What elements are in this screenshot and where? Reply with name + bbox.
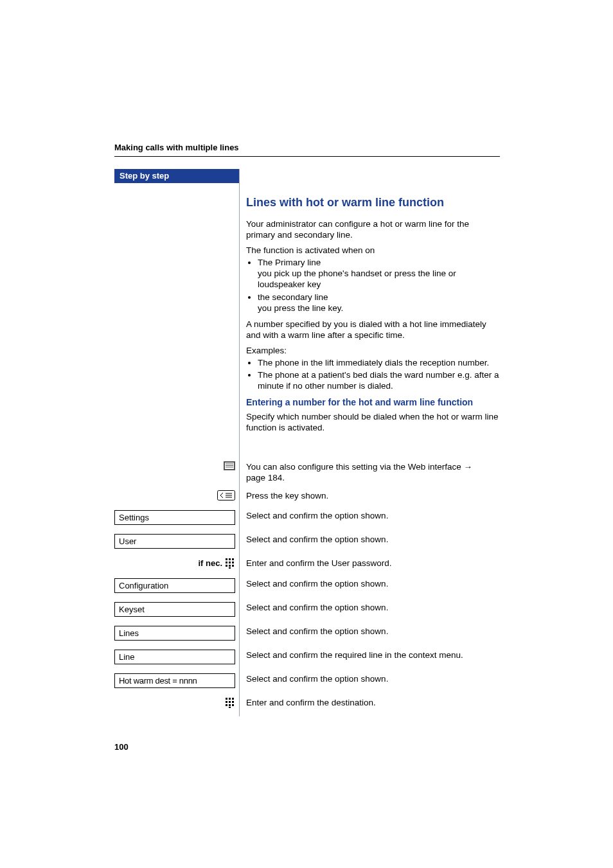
sidebar-band: Step by step [114, 169, 239, 183]
step-text: Select and confirm the option shown. [239, 534, 493, 545]
menu-key-icon [217, 490, 235, 500]
svg-rect-10 [229, 558, 231, 560]
display-option-configuration: Configuration [114, 578, 235, 593]
step-text: Select and confirm the option shown. [239, 578, 493, 589]
page-number: 100 [114, 742, 129, 752]
examples-lead: Examples: [246, 345, 500, 356]
examples-list: The phone in the lift immediately dials … [246, 357, 500, 392]
page: Making calls with multiple lines Step by… [0, 0, 613, 868]
svg-rect-19 [226, 698, 227, 700]
svg-rect-23 [229, 701, 231, 703]
step-text: Select and confirm the required line in … [239, 650, 493, 660]
svg-rect-17 [232, 565, 234, 567]
display-option-line: Line [114, 650, 235, 664]
svg-rect-26 [229, 704, 231, 706]
svg-rect-20 [229, 698, 231, 700]
svg-rect-15 [226, 565, 227, 567]
svg-rect-11 [232, 558, 234, 560]
list-item: The Primary line you pick up the phone's… [258, 257, 500, 290]
section-title: Lines with hot or warm line function [246, 196, 500, 209]
svg-rect-13 [229, 562, 231, 563]
svg-rect-14 [232, 562, 234, 563]
body-dialed: A number specified by you is dialed with… [246, 319, 500, 341]
svg-rect-28 [229, 707, 231, 708]
body-specify: Specify which number should be dialed wh… [246, 411, 500, 434]
list-item-text: The Primary line [258, 258, 321, 267]
display-option-lines: Lines [114, 626, 235, 641]
svg-rect-16 [229, 565, 231, 567]
arrow-icon: → [463, 462, 472, 472]
display-option-settings: Settings [114, 510, 235, 525]
list-item: The phone at a patient's bed dials the w… [258, 369, 500, 392]
sub-heading: Entering a number for the hot and warm l… [246, 397, 500, 407]
display-option-keyset: Keyset [114, 602, 235, 617]
step-text: Select and confirm the option shown. [239, 510, 493, 521]
header-rule [114, 156, 500, 157]
svg-rect-12 [226, 562, 227, 563]
list-item-text: you pick up the phone's handset or press… [258, 269, 456, 289]
display-option-user: User [114, 534, 235, 549]
keypad-icon [225, 697, 235, 709]
step-text: Enter and confirm the User password. [239, 558, 493, 569]
list-item-text: you press the line key. [258, 303, 343, 313]
step-text: Select and confirm the option shown. [239, 602, 493, 613]
step-text: Select and confirm the option shown. [239, 626, 493, 637]
svg-rect-21 [232, 698, 234, 700]
list-item-text: the secondary line [258, 292, 328, 302]
main-content: Lines with hot or warm line function You… [246, 196, 500, 437]
svg-rect-25 [226, 704, 227, 706]
steps-area: You can also configure this setting via … [114, 461, 500, 709]
step-text: Press the key shown. [239, 490, 493, 501]
svg-rect-9 [226, 558, 227, 560]
step-text: Enter and confirm the destination. [239, 697, 493, 708]
svg-rect-27 [232, 704, 234, 706]
web-note-pre: You can also configure this setting via … [246, 462, 463, 472]
svg-rect-18 [229, 567, 231, 569]
list-item: the secondary line you press the line ke… [258, 292, 500, 314]
svg-rect-24 [232, 701, 234, 703]
activated-list: The Primary line you pick up the phone's… [246, 257, 500, 314]
step-text: Select and confirm the option shown. [239, 673, 493, 684]
body-intro: Your administrator can configure a hot o… [246, 218, 500, 241]
page-header: Making calls with multiple lines [114, 143, 239, 152]
keypad-icon [225, 558, 235, 569]
form-icon [224, 461, 235, 470]
list-item: The phone in the lift immediately dials … [258, 357, 500, 368]
web-note-post: page 184. [246, 473, 285, 483]
svg-rect-22 [226, 701, 227, 703]
if-nec-label: if nec. [198, 558, 222, 568]
display-option-hot-warm-dest: Hot warm dest = nnnn [114, 673, 235, 688]
activated-lead: The function is activated when on [246, 245, 500, 256]
